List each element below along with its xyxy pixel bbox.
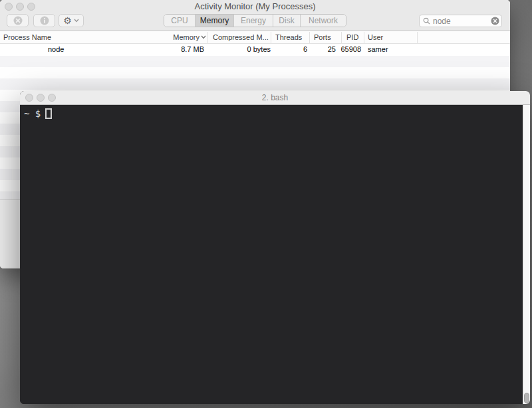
column-header-user[interactable]: User	[368, 33, 383, 41]
clear-search-button[interactable]	[491, 17, 499, 25]
tab-memory[interactable]: Memory	[196, 15, 234, 27]
column-header-memory[interactable]: Memory	[160, 33, 206, 41]
cell-user: samer	[368, 45, 388, 53]
cell-process-name: node	[48, 45, 64, 53]
circle-info-icon	[40, 16, 49, 25]
terminal-window: 2. bash ~ $	[20, 91, 530, 404]
terminal-window-title: 2. bash	[20, 93, 530, 102]
gear-icon: ⚙	[63, 16, 72, 25]
sort-chevron-icon	[201, 35, 206, 39]
column-divider	[417, 32, 418, 43]
column-divider	[364, 32, 364, 43]
shell-prompt: ~ $	[24, 108, 41, 119]
cell-compressed-memory: 0 bytes	[219, 45, 271, 53]
terminal-screen[interactable]: ~ $	[20, 105, 523, 404]
column-divider	[207, 32, 208, 43]
table-row-node[interactable]: node 8.7 MB 0 bytes 6 25 65908 samer	[0, 45, 510, 56]
column-divider	[341, 32, 342, 43]
column-header-compressed-memory[interactable]: Compressed M...	[213, 33, 269, 41]
quit-process-button[interactable]	[7, 14, 29, 27]
chevron-down-icon	[74, 19, 79, 23]
activity-monitor-toolbar: Activity Monitor (My Processes) ⚙	[0, 0, 510, 31]
settings-dropdown-button[interactable]: ⚙	[59, 14, 84, 27]
column-divider	[309, 32, 310, 43]
window-title: Activity Monitor (My Processes)	[0, 1, 510, 11]
search-input[interactable]	[430, 17, 491, 26]
search-icon	[423, 17, 430, 25]
column-header-pid[interactable]: PID	[346, 33, 358, 41]
view-tab-bar: CPU Memory Energy Disk Network	[164, 14, 346, 27]
terminal-titlebar[interactable]: 2. bash	[20, 91, 530, 105]
circle-x-icon	[13, 16, 23, 25]
desktop: Activity Monitor (My Processes) ⚙	[0, 0, 532, 408]
cell-pid: 65908	[332, 45, 361, 53]
tab-cpu[interactable]: CPU	[164, 15, 196, 27]
tab-network[interactable]: Network	[301, 15, 346, 27]
tab-disk[interactable]: Disk	[273, 15, 301, 27]
scrollbar-thumb[interactable]	[524, 393, 529, 403]
terminal-scrollbar[interactable]	[523, 105, 530, 404]
inspect-process-button[interactable]	[33, 14, 55, 27]
cell-threads: 6	[279, 45, 307, 53]
terminal-cursor	[45, 108, 52, 119]
column-header-ports[interactable]: Ports	[314, 33, 331, 41]
column-header-threads[interactable]: Threads	[275, 33, 302, 41]
tab-energy[interactable]: Energy	[234, 15, 273, 27]
circle-x-clear-icon	[491, 17, 499, 25]
table-header: Process Name Memory Compressed M... Thre…	[0, 32, 510, 44]
search-field[interactable]	[419, 15, 502, 27]
column-header-process-name[interactable]: Process Name	[3, 33, 51, 41]
cell-memory: 8.7 MB	[160, 45, 204, 53]
column-divider	[271, 32, 271, 43]
